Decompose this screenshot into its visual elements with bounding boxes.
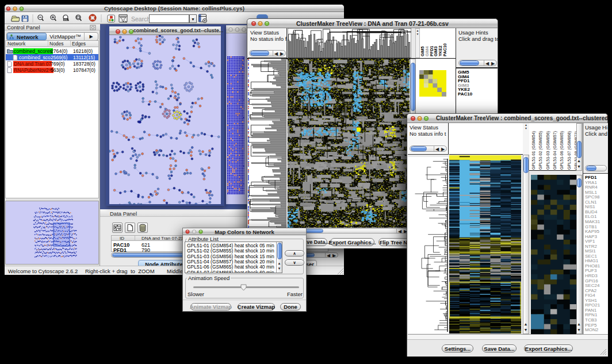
svg-text:GPL51-02 (GSM855): GPL51-02 (GSM855) bbox=[538, 131, 543, 170]
svg-text:GPL51-01 (GSM854): GPL51-01 (GSM854) bbox=[531, 131, 536, 170]
svg-text:GPL51-04 (GSM857): GPL51-04 (GSM857) bbox=[553, 131, 557, 170]
svg-text:GPL51-07 (GSM868): GPL51-07 (GSM868) bbox=[567, 131, 572, 170]
svg-text:GPL51-06 (GSM865): GPL51-06 (GSM865) bbox=[560, 131, 564, 170]
svg-text:PAC10: PAC10 bbox=[442, 43, 447, 56]
svg-text:GPL51-03 (GSM856): GPL51-03 (GSM856) bbox=[546, 131, 550, 170]
